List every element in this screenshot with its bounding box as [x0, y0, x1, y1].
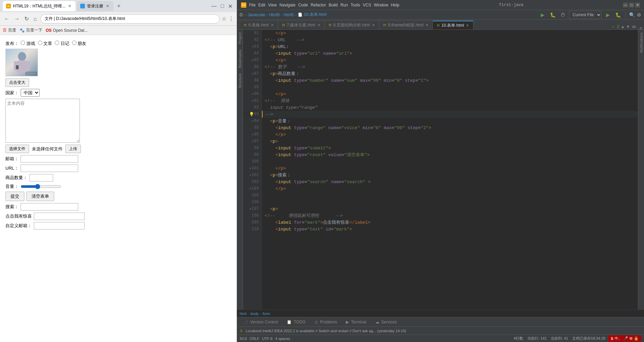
maximize-button[interactable]: □	[219, 2, 225, 10]
profile-icon[interactable]: ⏱	[559, 11, 567, 19]
breadcrumb-html[interactable]: html	[240, 312, 247, 316]
ide-tab-9[interactable]: H 9.iframe内框架.html ✕	[379, 21, 433, 29]
ide-tab-8-close[interactable]: ✕	[372, 23, 375, 27]
ide-menu-file[interactable]: File	[249, 3, 256, 7]
notifications-label[interactable]: Notifications	[639, 30, 644, 55]
surprise-label[interactable]: 点击我有惊喜	[5, 213, 32, 219]
address-bar[interactable]	[40, 14, 220, 24]
line-ending-text[interactable]: CRLF	[249, 337, 259, 341]
new-tab-button[interactable]: +	[115, 2, 123, 10]
surprise-input[interactable]	[34, 213, 85, 220]
indent-text[interactable]: 4 spaces	[275, 337, 290, 341]
ide-tab-6[interactable]: H 6.表格.html ✕	[240, 21, 278, 29]
tab-scroll-down[interactable]: ▼	[626, 24, 630, 29]
ide-menu-build[interactable]: Build	[329, 3, 338, 7]
radio-friend[interactable]: 朋友	[72, 41, 87, 47]
qty-input[interactable]	[29, 174, 53, 181]
path-filename[interactable]: 10.表单.html	[304, 12, 327, 18]
forward-button[interactable]: →	[13, 15, 21, 23]
encoding-text[interactable]: UTF-8	[262, 337, 272, 341]
bottom-tab-version-control[interactable]: ⎇ Version Control	[240, 317, 282, 327]
bookmark-baidu2[interactable]: 🐾 百度一下	[20, 27, 42, 33]
ide-tab-9-close[interactable]: ✕	[425, 23, 428, 27]
back-button[interactable]: ←	[3, 15, 11, 23]
ide-menu-vcs[interactable]: VCS	[363, 3, 371, 7]
ide-tab-7[interactable]: H 7.媒体元素.html ✕	[278, 21, 325, 29]
radio-article[interactable]: 文章	[38, 41, 52, 47]
url-input[interactable]	[21, 165, 78, 172]
bottom-tab-todo[interactable]: 📋 TODO	[283, 317, 309, 327]
tab-10-icon: H	[437, 24, 439, 27]
code-line-99: <input type="reset" value="清空表单">	[262, 151, 638, 158]
run-btn[interactable]: ▶	[604, 11, 612, 19]
run-config-dropdown[interactable]: Current File	[569, 11, 602, 19]
debug-btn[interactable]: 🐛	[614, 11, 622, 19]
upload-button[interactable]: 上传	[65, 145, 81, 153]
structure-label[interactable]: Structure	[237, 71, 243, 91]
project-label[interactable]: Project	[237, 30, 243, 47]
text-area[interactable]	[5, 99, 80, 143]
ide-maximize-button[interactable]: □	[629, 3, 634, 7]
search-everywhere-btn[interactable]: 🔍	[629, 12, 635, 18]
ide-menu-window[interactable]: Window	[374, 3, 388, 7]
ide-menu-tools[interactable]: Tools	[351, 3, 360, 7]
tab-more[interactable]: ≫	[631, 24, 637, 29]
close-button[interactable]: ✕	[227, 2, 234, 11]
ide-menu-edit[interactable]: Edit	[258, 3, 265, 7]
bookmark-star[interactable]: ☆	[222, 16, 226, 22]
project-panel-label[interactable]	[237, 20, 240, 29]
tab-scroll-up[interactable]: ▲	[621, 24, 625, 29]
bottom-tab-problems[interactable]: ⚠ Problems	[310, 317, 341, 327]
ide-tab-6-close[interactable]: ✕	[271, 23, 274, 27]
gutter-90: ▾ 90	[243, 91, 262, 97]
reset-button[interactable]: 清空表单	[26, 192, 54, 201]
ide-tab-8[interactable]: H 8.页面结构分析.html ✕	[325, 21, 379, 29]
ide-menu-refactor[interactable]: Refactor	[311, 3, 326, 7]
minimize-button[interactable]: —	[210, 2, 218, 10]
breadcrumb-body[interactable]: body	[250, 312, 259, 316]
ide-tab-10[interactable]: H 10.表单.html ✕	[433, 21, 473, 29]
run-icon[interactable]: ▶	[538, 11, 547, 19]
country-select[interactable]: 中国	[21, 89, 40, 97]
ide-close-button[interactable]: ✕	[635, 3, 640, 7]
ide-minimize-button[interactable]: —	[623, 3, 628, 7]
path-html5-2[interactable]: html5	[284, 13, 294, 17]
bookmark-opensource[interactable]: OS Open Source Dat...	[46, 28, 88, 33]
search-input[interactable]	[21, 203, 78, 211]
bottom-tab-services[interactable]: ☁ Services	[371, 317, 401, 327]
ide-code-area[interactable]: </p> <!-- URL --> <p>URL: <input type="u…	[262, 30, 638, 310]
reload-button[interactable]: ↻	[23, 14, 30, 23]
bottom-tab-terminal[interactable]: ▶ Terminal	[342, 317, 370, 327]
ide-menu-run[interactable]: Run	[340, 3, 348, 7]
tab-2-close[interactable]: ✕	[105, 4, 110, 8]
ide-tab-7-close[interactable]: ✕	[317, 23, 320, 27]
change-size-button[interactable]: 点击变大	[5, 78, 29, 87]
browser-tab-2[interactable]: 🌐 登录注册 ✕	[77, 1, 113, 11]
ide-menu-help[interactable]: Help	[391, 3, 399, 7]
radio-diary[interactable]: 日记	[55, 41, 69, 47]
submit-button[interactable]: 提交	[5, 192, 24, 201]
breadcrumb-form[interactable]: form	[263, 312, 270, 316]
notifications-panel-label[interactable]: N	[638, 27, 644, 29]
gutter-87: ▾ 87	[243, 70, 262, 77]
email-input[interactable]	[21, 155, 78, 163]
bookmark-baidu[interactable]: 百 百度	[3, 27, 16, 33]
custom-email-input[interactable]	[34, 222, 85, 229]
tab-1-close[interactable]: ✕	[67, 4, 72, 8]
radio-game[interactable]: 游戏	[21, 41, 35, 47]
settings-btn[interactable]: ⚙	[637, 12, 641, 18]
debug-icon[interactable]: 🐛	[549, 11, 557, 19]
browser-tab-1[interactable]: H HTML19：HTML总结_哔哩... ✕	[3, 1, 75, 11]
choose-file-button[interactable]: 选择文件	[5, 145, 29, 153]
bookmarks-label[interactable]: Bookmarks	[237, 47, 243, 71]
ide-menu-view[interactable]: View	[268, 3, 277, 7]
path-html5-1[interactable]: Html5	[269, 13, 280, 17]
volume-slider[interactable]	[21, 184, 61, 189]
ide-menu-code[interactable]: Code	[298, 3, 308, 7]
settings-icon[interactable]: ⋮	[228, 16, 234, 22]
ide-tab-10-close[interactable]: ✕	[466, 23, 469, 28]
code-line-89	[262, 84, 638, 91]
home-button[interactable]: ⌂	[32, 15, 38, 23]
ide-menu-navigate[interactable]: Navigate	[280, 3, 295, 7]
path-javacode[interactable]: Javacode	[248, 13, 265, 17]
